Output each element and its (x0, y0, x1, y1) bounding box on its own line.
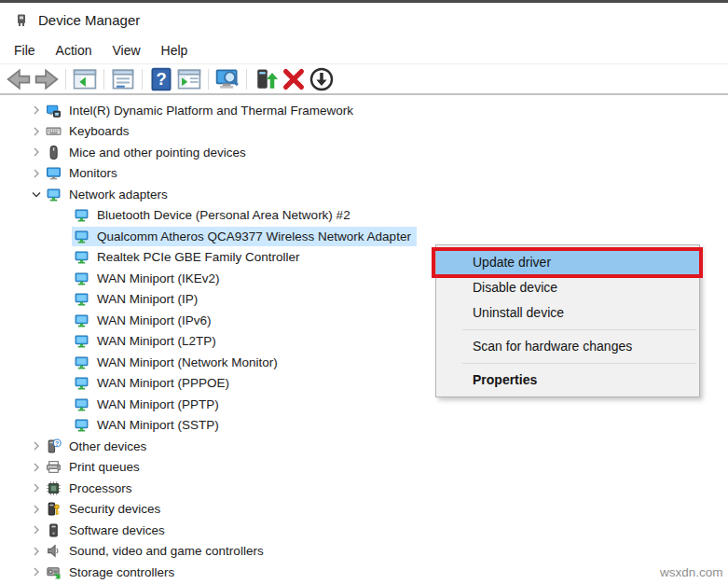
tree-item-processors[interactable]: Processors (0, 478, 728, 499)
chevron-right-icon[interactable] (29, 103, 44, 118)
menu-view[interactable]: View (102, 39, 150, 62)
tree-item-keyboards[interactable]: Keyboards (0, 121, 728, 143)
tree-item-content: WAN Miniport (SSTP) (72, 415, 225, 435)
forward-button[interactable] (34, 66, 60, 91)
tree-item-content: Software devices (44, 521, 171, 540)
context-menu-item-disable-device[interactable]: Disable device (436, 275, 699, 300)
tree-item-label: Other devices (69, 439, 146, 453)
tree-item-content: WAN Miniport (IKEv2) (72, 269, 226, 288)
chevron-right-icon[interactable] (29, 480, 44, 495)
back-button[interactable] (6, 66, 32, 91)
tree-item-content: Storage controllers (44, 563, 180, 582)
tree-item-mice-and-other-pointing-devices[interactable]: Mice and other pointing devices (0, 142, 728, 163)
tree-item-content: WAN Miniport (PPTP) (72, 395, 225, 414)
speaker-icon (46, 543, 62, 559)
tree-item-content: ?Other devices (44, 437, 152, 456)
tree-item-network-adapters[interactable]: Network adapters (0, 184, 728, 205)
tree-item-monitors[interactable]: Monitors (0, 163, 728, 185)
action-pane-icon (176, 66, 202, 92)
menu-action[interactable]: Action (46, 39, 103, 62)
toolbar-separator (142, 69, 143, 90)
scan-for-hardware-changes-button[interactable] (214, 66, 240, 91)
help-icon: ? (148, 66, 174, 92)
tree-item-print-queues[interactable]: Print queues (0, 457, 728, 479)
tree-item-content: Bluetooth Device (Personal Area Network)… (72, 205, 356, 225)
tree-item-wan-miniport-sstp[interactable]: WAN Miniport (SSTP) (0, 415, 728, 437)
svg-text:?: ? (156, 69, 166, 89)
chevron-right-icon[interactable] (29, 502, 44, 517)
tree-item-label: WAN Miniport (IKEv2) (97, 271, 220, 285)
tree-item-label: Processors (69, 481, 132, 495)
tree-item-label: Software devices (69, 523, 165, 537)
update-driver-button[interactable] (253, 66, 279, 91)
context-menu-item-properties[interactable]: Properties (436, 368, 699, 393)
network-adapter-icon (74, 396, 89, 412)
toolbar-separator (65, 69, 66, 90)
tree-item-label: Sound, video and game controllers (69, 544, 264, 558)
tree-item-label: Bluetooth Device (Personal Area Network)… (97, 208, 350, 222)
other-device-icon: ? (46, 438, 62, 454)
tree-item-storage-controllers[interactable]: Storage controllers (0, 562, 728, 583)
tree-item-intel-r-dynamic-platform-and-thermal-framework[interactable]: Intel(R) Dynamic Platform and Thermal Fr… (0, 100, 728, 121)
network-adapter-icon (74, 417, 89, 433)
device-manager-window: Device Manager FileActionViewHelp ? Inte… (0, 0, 728, 584)
network-adapter-icon (46, 187, 62, 202)
show-hide-console-tree-button[interactable] (72, 66, 98, 91)
tree-item-software-devices[interactable]: Software devices (0, 520, 728, 541)
tree-item-label: WAN Miniport (PPPOE) (97, 376, 229, 390)
arrow-left-icon (6, 66, 32, 92)
toolbar: ? (0, 63, 728, 95)
chevron-right-icon[interactable] (29, 166, 44, 181)
tree-item-content: WAN Miniport (IPv6) (72, 311, 217, 330)
tree-item-security-devices[interactable]: Security devices (0, 499, 728, 521)
context-menu-separator (462, 329, 696, 330)
tree-item-content: Processors (44, 479, 138, 498)
chevron-right-icon[interactable] (29, 460, 44, 475)
tree-item-label: Print queues (69, 460, 140, 474)
title-bar: Device Manager (0, 3, 728, 36)
chevron-right-icon[interactable] (29, 522, 44, 537)
tree-item-label: WAN Miniport (Network Monitor) (97, 355, 278, 369)
menu-file[interactable]: File (4, 39, 46, 62)
annotation-red-box (432, 247, 703, 278)
chevron-right-icon[interactable] (29, 564, 44, 579)
context-menu-item-uninstall-device[interactable]: Uninstall device (436, 300, 699, 326)
disable-device-button[interactable] (309, 66, 335, 91)
properties-window-button[interactable] (110, 66, 136, 91)
tree-item-content: Mice and other pointing devices (44, 143, 252, 162)
tree-item-content: Network adapters (44, 185, 173, 204)
context-menu-item-update-driver[interactable]: Update driver (436, 250, 699, 275)
context-menu-item-scan-for-hardware-changes[interactable]: Scan for hardware changes (436, 334, 699, 359)
menu-help[interactable]: Help (151, 39, 199, 62)
help-button[interactable]: ? (148, 66, 174, 91)
tree-item-label: Keyboards (69, 124, 130, 138)
chevron-right-icon[interactable] (29, 438, 44, 453)
software-device-icon (46, 522, 62, 538)
show-action-pane-button[interactable] (176, 66, 202, 91)
tree-item-label: WAN Miniport (IP) (97, 292, 198, 306)
device-manager-icon (14, 12, 29, 27)
chevron-right-icon[interactable] (29, 544, 44, 559)
chevron-right-icon[interactable] (29, 145, 44, 160)
storage-controller-icon (46, 564, 62, 580)
chevron-down-icon[interactable] (29, 187, 44, 202)
tree-item-content: Intel(R) Dynamic Platform and Thermal Fr… (44, 101, 359, 120)
uninstall-device-button[interactable] (281, 66, 307, 91)
tree-item-content: Security devices (44, 499, 166, 519)
network-adapter-icon (74, 375, 89, 391)
tree-item-bluetooth-device-personal-area-network-2[interactable]: Bluetooth Device (Personal Area Network)… (0, 205, 728, 227)
tree-item-content: WAN Miniport (Network Monitor) (72, 353, 283, 372)
tree-item-content: Print queues (44, 457, 145, 477)
watermark-text: wsxdn.com (660, 565, 723, 579)
network-adapter-icon (74, 355, 89, 370)
tree-item-sound-video-and-game-controllers[interactable]: Sound, video and game controllers (0, 541, 728, 563)
tree-item-label: WAN Miniport (L2TP) (97, 334, 216, 348)
network-adapter-icon (74, 333, 89, 349)
red-x-icon (281, 66, 307, 92)
printer-icon (46, 459, 62, 475)
svg-text:?: ? (55, 439, 59, 446)
tree-item-content: Qualcomm Atheros QCA9377 Wireless Networ… (72, 227, 417, 246)
tree-item-other-devices[interactable]: ?Other devices (0, 436, 728, 457)
chevron-right-icon[interactable] (29, 124, 44, 139)
toolbar-separator (103, 69, 104, 90)
